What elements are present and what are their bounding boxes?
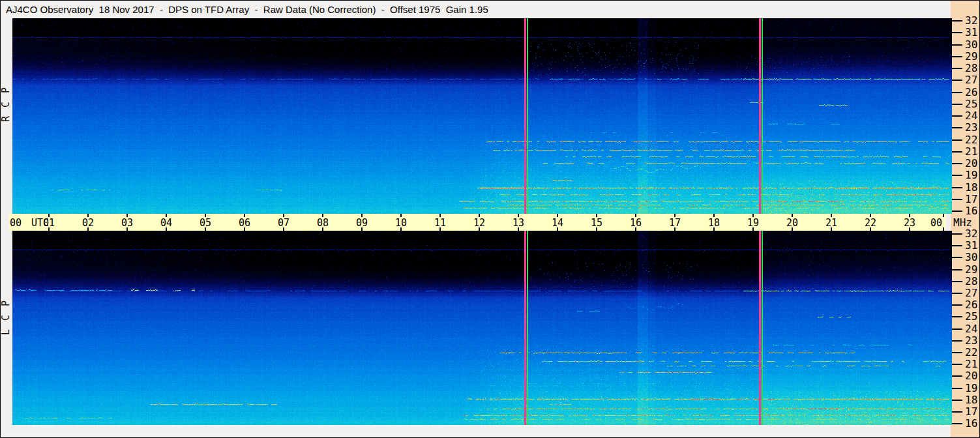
freq-tick-label: 17 [965, 194, 977, 205]
lcp-label: L C P [0, 323, 12, 335]
time-tick-label: 18 [708, 217, 720, 229]
freq-tick [951, 163, 962, 164]
freq-tick [951, 56, 962, 57]
freq-tick-label: 18 [965, 395, 977, 405]
freq-tick [951, 44, 962, 46]
time-tick-label: 23 [904, 217, 915, 229]
freq-tick-label: 21 [965, 359, 977, 370]
freq-tick [951, 68, 962, 69]
freq-tick [951, 104, 962, 105]
time-tick-label: 13 [512, 217, 524, 229]
freq-tick-label: 19 [965, 170, 977, 181]
freq-tick-label: 23 [965, 123, 977, 133]
freq-tick [951, 400, 962, 401]
freq-tick [951, 20, 962, 22]
freq-tick-label: 26 [965, 87, 977, 98]
freq-tick [951, 328, 962, 330]
freq-tick [951, 92, 962, 93]
time-tick-label: 04 [160, 217, 172, 229]
freq-tick [951, 352, 962, 353]
freq-tick-label: 27 [965, 75, 977, 85]
page-title: AJ4CO Observatory 18 Nov 2017 - DPS on T… [6, 3, 488, 17]
time-tick-label: 03 [121, 217, 133, 229]
time-tick-label: 06 [239, 217, 250, 229]
freq-tick-label: 32 [965, 229, 977, 239]
time-axis: 0001020304050607080910111213141516171819… [9, 214, 945, 231]
lcp-spectrogram [12, 231, 952, 425]
freq-tick [951, 199, 962, 200]
freq-tick [951, 375, 962, 377]
time-tick-label: 07 [278, 217, 290, 229]
freq-tick [951, 388, 962, 389]
freq-tick [951, 32, 962, 33]
app-frame: AJ4CO Observatory 18 Nov 2017 - DPS on T… [0, 0, 980, 438]
freq-tick-label: 29 [965, 265, 977, 275]
freq-tick-label: 16 [965, 418, 977, 429]
freq-tick-label: 29 [965, 51, 977, 62]
freq-tick-label: 24 [965, 324, 977, 334]
freq-tick-label: 31 [965, 27, 977, 38]
time-tick-label: 09 [356, 217, 368, 229]
freq-tick-label: 22 [965, 135, 977, 145]
freq-tick [951, 187, 962, 188]
freq-tick [951, 245, 962, 246]
freq-tick-label: 26 [965, 300, 977, 310]
rcp-label: R C P [0, 110, 12, 122]
freq-tick-label: 32 [965, 16, 977, 26]
freq-tick [951, 233, 962, 235]
freq-tick-label: 31 [965, 241, 977, 251]
rcp-spectrogram [12, 18, 952, 214]
freq-tick-label: 17 [965, 407, 977, 417]
time-tick-label: 14 [552, 217, 563, 229]
time-tick-label: 21 [825, 217, 837, 229]
freq-tick [951, 127, 962, 128]
freq-tick [951, 211, 962, 212]
freq-tick-label: 23 [965, 336, 977, 346]
utc-unit-label: UTC [31, 217, 49, 229]
mhz-unit-label: MHz [953, 216, 972, 229]
freq-tick-label: 21 [965, 147, 977, 157]
freq-tick [951, 281, 962, 282]
freq-tick [951, 304, 962, 306]
freq-tick [951, 293, 962, 294]
time-tick [943, 214, 944, 217]
time-tick-label: 02 [82, 217, 94, 229]
freq-tick-label: 25 [965, 99, 977, 110]
freq-tick [951, 364, 962, 365]
time-tick-label: 22 [865, 217, 876, 229]
freq-tick-label: 19 [965, 383, 977, 394]
freq-tick-label: 28 [965, 63, 977, 74]
time-tick-label: 16 [630, 217, 642, 229]
freq-tick [951, 115, 962, 117]
freq-tick [951, 139, 962, 141]
freq-tick-label: 30 [965, 40, 977, 50]
time-tick-label: 11 [434, 217, 446, 229]
time-tick-label: 08 [317, 217, 329, 229]
freq-tick-label: 24 [965, 111, 977, 121]
time-tick-label: 19 [747, 217, 759, 229]
freq-tick [951, 257, 962, 258]
freq-tick [951, 269, 962, 270]
time-tick-label: 00 [930, 217, 942, 229]
freq-tick-label: 20 [965, 158, 977, 169]
freq-tick [951, 423, 962, 424]
time-tick-label: 20 [786, 217, 798, 229]
freq-tick-label: 27 [965, 288, 977, 299]
freq-tick-label: 16 [965, 206, 977, 216]
freq-tick [951, 80, 962, 81]
freq-tick [951, 175, 962, 176]
freq-tick-label: 22 [965, 347, 977, 358]
time-tick-label: 00 [10, 217, 22, 229]
time-tick-label: 05 [200, 217, 211, 229]
freq-tick-label: 30 [965, 252, 977, 263]
freq-tick [951, 316, 962, 317]
time-tick-label: 10 [395, 217, 407, 229]
freq-tick-label: 18 [965, 182, 977, 193]
freq-tick-label: 25 [965, 312, 977, 322]
freq-tick [951, 151, 962, 153]
time-tick-label: 17 [669, 217, 681, 229]
freq-tick-label: 20 [965, 371, 977, 381]
time-tick [943, 227, 944, 231]
freq-tick [951, 340, 962, 342]
time-tick-label: 15 [591, 217, 602, 229]
